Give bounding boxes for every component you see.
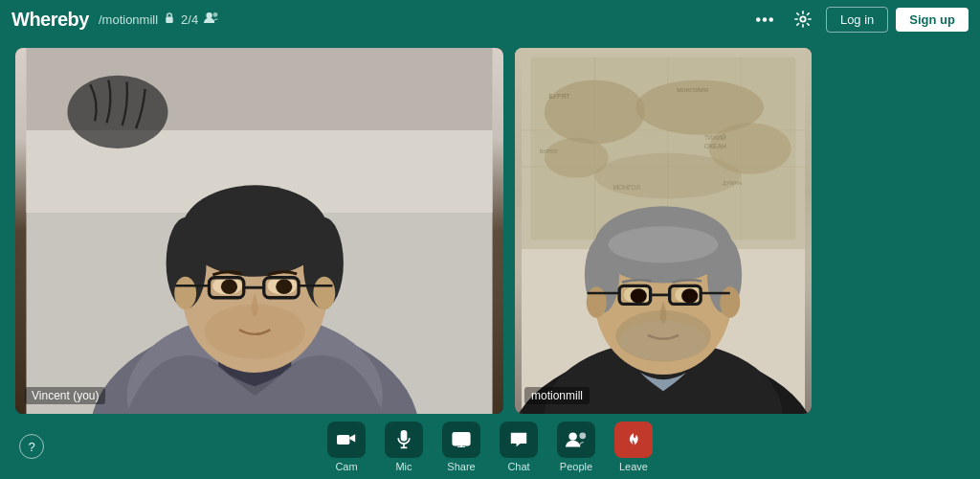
signup-button[interactable]: Sign up <box>896 8 969 32</box>
share-label: Share <box>447 461 475 472</box>
chat-button[interactable]: Chat <box>494 418 544 476</box>
video-person-left <box>15 48 503 414</box>
video-tile-right: БУРЯТ МОНГОЛИЯ ТИХИЙ ОКЕАН БУРЯТ МОНГОЛ … <box>515 48 812 414</box>
video-bg-right: БУРЯТ МОНГОЛИЯ ТИХИЙ ОКЕАН БУРЯТ МОНГОЛ … <box>515 48 812 414</box>
svg-point-19 <box>174 277 196 309</box>
svg-point-10 <box>67 76 167 148</box>
svg-text:БУРЯТ: БУРЯТ <box>540 148 558 154</box>
svg-point-30 <box>205 304 305 358</box>
participant-label-left: Vincent (you) <box>25 387 105 404</box>
svg-point-81 <box>579 432 586 439</box>
svg-point-4 <box>763 17 768 22</box>
mic-label: Mic <box>395 461 412 472</box>
svg-text:ДУМНА: ДУМНА <box>723 180 742 186</box>
cam-icon <box>327 422 366 458</box>
svg-point-80 <box>568 432 576 440</box>
svg-point-63 <box>631 288 647 303</box>
svg-rect-73 <box>401 430 408 442</box>
svg-rect-72 <box>337 435 349 445</box>
cam-button[interactable]: Cam <box>322 418 371 476</box>
room-name: /motionmill <box>99 12 158 27</box>
svg-point-1 <box>207 12 212 18</box>
people-icon <box>557 422 595 458</box>
svg-rect-0 <box>166 17 172 24</box>
chat-icon <box>500 422 538 458</box>
svg-point-3 <box>756 17 761 22</box>
mic-icon <box>385 422 423 458</box>
video-bg-left <box>15 48 503 414</box>
video-person-right: БУРЯТ МОНГОЛИЯ ТИХИЙ ОКЕАН БУРЯТ МОНГОЛ … <box>515 48 812 414</box>
lock-icon <box>164 11 175 27</box>
cam-label: Cam <box>335 461 357 472</box>
login-button[interactable]: Log in <box>826 7 888 33</box>
topbar: Whereby /motionmill 2/4 <box>0 0 980 38</box>
svg-point-5 <box>768 17 773 22</box>
svg-rect-77 <box>456 435 466 443</box>
svg-text:МОНГОЛИЯ: МОНГОЛИЯ <box>677 87 708 93</box>
svg-point-71 <box>619 321 707 361</box>
svg-point-20 <box>313 277 335 309</box>
svg-point-6 <box>800 16 805 21</box>
more-options-button[interactable] <box>749 12 780 27</box>
svg-text:БУРЯТ: БУРЯТ <box>549 93 570 100</box>
svg-point-60 <box>720 286 740 317</box>
leave-label: Leave <box>619 461 648 472</box>
topbar-right: Log in Sign up <box>749 6 969 33</box>
video-grid: Vincent (you) <box>0 38 980 422</box>
video-tile-left: Vincent (you) <box>15 48 503 414</box>
help-button[interactable]: ? <box>19 434 44 459</box>
participant-label-right: motionmill <box>524 387 590 404</box>
svg-point-58 <box>609 226 719 262</box>
svg-point-59 <box>587 286 607 317</box>
participant-count: 2/4 <box>181 12 198 27</box>
svg-text:ОКЕАН: ОКЕАН <box>704 143 726 149</box>
share-icon <box>442 422 480 458</box>
chat-label: Chat <box>507 461 529 472</box>
svg-point-2 <box>213 12 218 17</box>
leave-icon <box>614 422 653 458</box>
people-button[interactable]: People <box>551 418 601 476</box>
people-label: People <box>560 461 592 472</box>
leave-button[interactable]: Leave <box>609 418 658 476</box>
svg-text:МОНГОЛ: МОНГОЛ <box>612 184 639 191</box>
svg-text:ТИХИЙ: ТИХИЙ <box>704 133 726 141</box>
mic-button[interactable]: Mic <box>379 418 429 476</box>
svg-point-64 <box>681 288 698 303</box>
app-logo: Whereby <box>11 9 89 31</box>
share-button[interactable]: Share <box>436 418 486 476</box>
controls-bar: Cam Mic <box>322 418 658 476</box>
topbar-left: Whereby /motionmill 2/4 <box>11 9 219 31</box>
svg-point-23 <box>221 280 237 294</box>
svg-point-24 <box>276 280 292 294</box>
bottom-bar: ? Cam Mic <box>0 422 980 471</box>
settings-button[interactable] <box>788 6 818 33</box>
participants-icon <box>204 11 219 27</box>
bottom-left: ? <box>19 434 44 459</box>
room-info: /motionmill 2/4 <box>99 11 219 27</box>
